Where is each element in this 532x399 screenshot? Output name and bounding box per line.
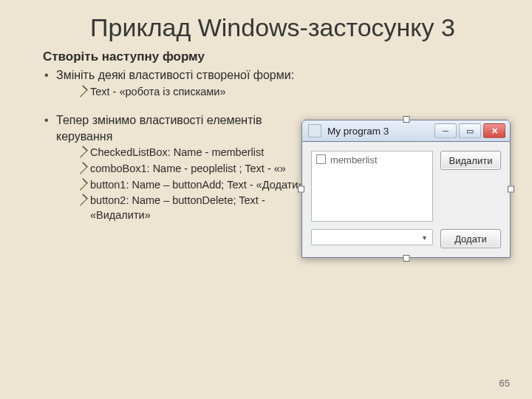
add-button[interactable]: Додати [440,229,501,248]
sub-item: comboBox1: Name - peoplelist ; Text - «» [77,162,307,177]
bullet-text: Тепер змінимо властивості елементів керу… [56,114,262,143]
memberlist-placeholder: memberlist [330,154,378,166]
peoplelist-combobox[interactable]: ▾ [311,229,433,245]
bullet-item: Змініть деякі властивості створеної форм… [43,67,307,99]
page-number: 65 [499,378,510,389]
sub-item: Text - «робота із списками» [77,85,307,100]
form-designer-preview: My program 3 ─ ▭ ✕ memberlist Видалити ▾… [301,120,511,258]
close-button[interactable]: ✕ [483,123,505,138]
memberlist-checkedlistbox[interactable]: memberlist [311,151,433,222]
delete-button[interactable]: Видалити [440,151,501,170]
maximize-button[interactable]: ▭ [459,123,481,138]
checkbox-icon [316,154,326,164]
window-titlebar[interactable]: My program 3 ─ ▭ ✕ [301,120,511,142]
bullet-text: Змініть деякі властивості створеної форм… [56,69,294,81]
window-title: My program 3 [327,126,434,137]
minimize-icon: ─ [443,126,449,135]
app-icon [308,124,321,137]
close-icon: ✕ [491,126,498,136]
slide-title: Приклад Windows-застосунку 3 [43,13,502,42]
maximize-icon: ▭ [466,126,474,136]
sub-item: button2: Name – buttonDelete; Text - «Ви… [77,194,307,222]
sub-item: CheckedListBox: Name - memberlist [77,146,307,160]
bullet-item: Тепер змінимо властивості елементів керу… [43,112,307,222]
minimize-button[interactable]: ─ [434,123,457,138]
sub-item: button1: Name – buttonAdd; Text - «Додат… [77,178,307,193]
chevron-down-icon: ▾ [419,232,429,242]
form-client-area: memberlist Видалити ▾ Додати [301,142,511,258]
subheading: Створіть наступну форму [43,50,502,64]
